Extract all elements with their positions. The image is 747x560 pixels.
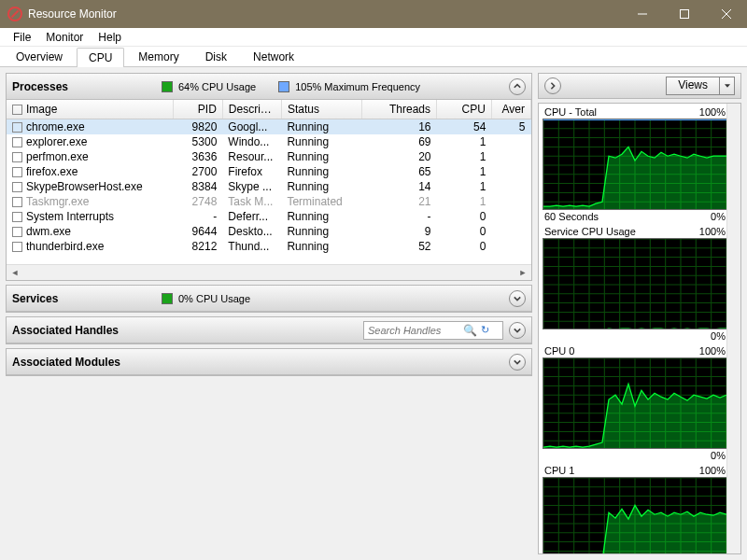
processes-title: Processes — [12, 80, 162, 93]
processes-table-scroll[interactable]: Image PID Descrip... Status Threads CPU … — [7, 100, 531, 264]
minimize-button[interactable] — [621, 0, 663, 28]
table-row[interactable]: System Interrupts-Deferr...Running-0 — [7, 209, 531, 224]
max-freq-label: 105% Maximum Frequency — [295, 81, 420, 92]
window-title: Resource Monitor — [28, 7, 621, 21]
menu-monitor[interactable]: Monitor — [38, 29, 91, 46]
search-handles-input[interactable] — [368, 325, 461, 336]
tab-network[interactable]: Network — [241, 47, 306, 66]
chart-xlabel: 60 Seconds — [544, 211, 599, 222]
col-status[interactable]: Status — [281, 100, 361, 119]
col-avg[interactable]: Aver — [491, 100, 530, 119]
chart-max: 100% — [699, 465, 726, 476]
table-row[interactable]: firefox.exe2700FirefoxRunning651 — [7, 164, 531, 179]
views-button[interactable]: Views — [666, 77, 720, 95]
handles-title: Associated Handles — [12, 324, 363, 337]
col-threads[interactable]: Threads — [362, 100, 437, 119]
search-handles-box: 🔍 ↻ — [363, 321, 503, 340]
services-header[interactable]: Services 0% CPU Usage — [7, 286, 531, 312]
tabstrip: Overview CPU Memory Disk Network — [0, 47, 747, 67]
row-checkbox[interactable] — [12, 227, 22, 237]
modules-title: Associated Modules — [12, 356, 509, 369]
handles-header[interactable]: Associated Handles 🔍 ↻ — [7, 317, 531, 343]
chart-cpu-1: CPU 1100%0% — [543, 464, 727, 554]
chart-min: 0% — [711, 450, 726, 461]
tab-disk[interactable]: Disk — [193, 47, 239, 66]
header-checkbox[interactable] — [12, 105, 22, 115]
chart-body — [543, 357, 727, 449]
chart-cpu-0: CPU 0100%0% — [543, 344, 727, 462]
row-checkbox[interactable] — [12, 137, 22, 147]
chart-body — [543, 238, 727, 329]
col-pid[interactable]: PID — [174, 100, 223, 119]
charts-container: CPU - Total100%60 Seconds0%Service CPU U… — [538, 103, 741, 554]
services-panel: Services 0% CPU Usage — [6, 285, 532, 313]
chart-max: 100% — [699, 106, 726, 118]
chart-max: 100% — [699, 345, 726, 357]
processes-header[interactable]: Processes 64% CPU Usage 105% Maximum Fre… — [7, 74, 531, 100]
tab-overview[interactable]: Overview — [4, 47, 75, 66]
chart-service-cpu-usage: Service CPU Usage100%0% — [543, 225, 727, 343]
table-row[interactable]: SkypeBrowserHost.exe8384Skype ...Running… — [7, 179, 531, 194]
processes-collapse-button[interactable] — [509, 78, 526, 95]
maximize-button[interactable] — [663, 0, 705, 28]
chart-title: CPU 0 — [544, 345, 574, 357]
table-row[interactable]: thunderbird.exe8212Thund...Running520 — [7, 239, 531, 254]
chart-title: CPU 1 — [544, 465, 574, 476]
table-row[interactable]: Taskmgr.exe2748Task M...Terminated211 — [7, 194, 531, 209]
modules-panel: Associated Modules — [6, 348, 532, 376]
cpu-usage-stat: 64% CPU Usage — [162, 81, 256, 92]
close-button[interactable] — [705, 0, 747, 28]
modules-expand-button[interactable] — [509, 354, 526, 371]
chart-title: CPU - Total — [544, 106, 597, 118]
services-cpu-label: 0% CPU Usage — [178, 293, 250, 304]
chart-title: Service CPU Usage — [544, 226, 636, 237]
svg-rect-1 — [680, 10, 688, 19]
chart-max: 100% — [699, 226, 726, 237]
processes-panel: Processes 64% CPU Usage 105% Maximum Fre… — [6, 73, 532, 281]
cpu-usage-swatch — [162, 81, 173, 92]
modules-header[interactable]: Associated Modules — [7, 349, 531, 375]
menu-file[interactable]: File — [6, 29, 38, 46]
chart-body — [543, 477, 727, 554]
tab-memory[interactable]: Memory — [126, 47, 190, 66]
cpu-usage-label: 64% CPU Usage — [178, 81, 256, 92]
processes-table: Image PID Descrip... Status Threads CPU … — [7, 100, 531, 254]
max-freq-stat: 105% Maximum Frequency — [278, 81, 420, 92]
row-checkbox[interactable] — [12, 212, 22, 222]
services-cpu-swatch — [162, 293, 173, 304]
row-checkbox[interactable] — [12, 122, 22, 133]
row-checkbox[interactable] — [12, 182, 22, 192]
services-expand-button[interactable] — [509, 290, 526, 307]
search-reset-icon[interactable]: ↻ — [481, 324, 489, 336]
chart-min: 0% — [711, 330, 726, 342]
services-title: Services — [12, 292, 162, 305]
chart-cpu-total: CPU - Total100%60 Seconds0% — [543, 105, 727, 223]
chart-min: 0% — [711, 211, 726, 222]
chart-body — [543, 119, 727, 210]
table-row[interactable]: dwm.exe9644Deskto...Running90 — [7, 224, 531, 239]
charts-collapse-button[interactable] — [544, 77, 561, 94]
views-dropdown-icon[interactable] — [720, 77, 735, 95]
row-checkbox[interactable] — [12, 242, 22, 252]
services-cpu-stat: 0% CPU Usage — [162, 293, 250, 304]
table-row[interactable]: chrome.exe9820Googl...Running16545 — [7, 119, 531, 135]
table-row[interactable]: perfmon.exe3636Resour...Running201 — [7, 149, 531, 164]
col-desc[interactable]: Descrip... — [222, 100, 281, 119]
row-checkbox[interactable] — [12, 197, 22, 207]
handles-panel: Associated Handles 🔍 ↻ — [6, 316, 532, 344]
scroll-left-icon[interactable]: ◄ — [8, 266, 21, 279]
max-freq-swatch — [278, 81, 289, 92]
row-checkbox[interactable] — [12, 167, 22, 177]
col-cpu[interactable]: CPU — [437, 100, 492, 119]
table-row[interactable]: explorer.exe5300Windo...Running691 — [7, 134, 531, 149]
titlebar: Resource Monitor — [0, 0, 747, 28]
tab-cpu[interactable]: CPU — [77, 48, 124, 67]
scroll-right-icon[interactable]: ► — [516, 266, 529, 279]
row-checkbox[interactable] — [12, 152, 22, 162]
menu-help[interactable]: Help — [91, 29, 129, 46]
col-image[interactable]: Image — [7, 100, 174, 119]
search-icon[interactable]: 🔍 — [463, 324, 477, 337]
horizontal-scrollbar[interactable]: ◄ ► — [7, 264, 531, 280]
charts-header: Views — [538, 73, 741, 99]
handles-expand-button[interactable] — [509, 322, 526, 339]
